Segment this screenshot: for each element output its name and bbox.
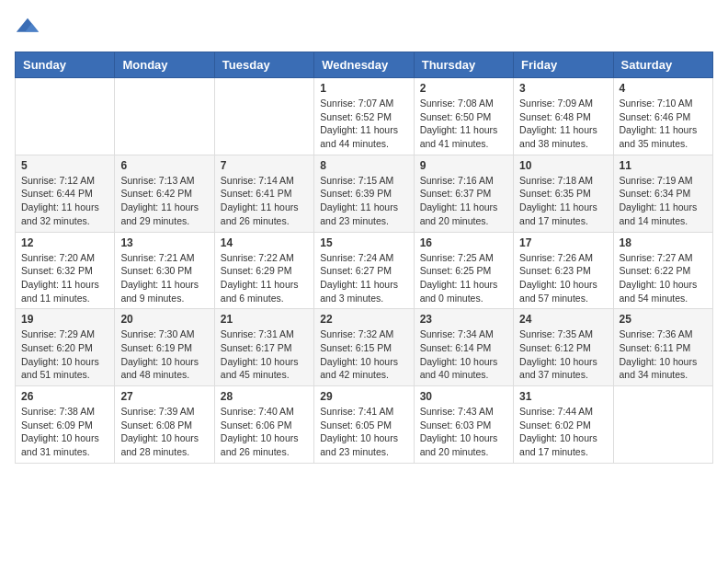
logo-icon <box>15 15 40 40</box>
day-number: 31 <box>519 390 607 403</box>
day-number: 28 <box>221 390 308 403</box>
day-info: Sunrise: 7:21 AMSunset: 6:30 PMDaylight:… <box>120 251 208 305</box>
weekday-header: Thursday <box>414 52 513 78</box>
day-number: 14 <box>221 236 308 249</box>
day-number: 19 <box>21 313 108 326</box>
calendar-day-cell: 18Sunrise: 7:27 AMSunset: 6:22 PMDayligh… <box>613 232 712 309</box>
day-info: Sunrise: 7:40 AMSunset: 6:06 PMDaylight:… <box>221 405 308 459</box>
calendar-day-cell: 26Sunrise: 7:38 AMSunset: 6:09 PMDayligh… <box>16 386 115 464</box>
calendar-day-cell <box>16 78 115 155</box>
day-number: 16 <box>420 236 507 249</box>
day-number: 29 <box>320 390 407 403</box>
day-info: Sunrise: 7:39 AMSunset: 6:08 PMDaylight:… <box>120 405 208 459</box>
calendar-day-cell: 1Sunrise: 7:07 AMSunset: 6:52 PMDaylight… <box>314 78 414 155</box>
calendar-day-cell: 16Sunrise: 7:25 AMSunset: 6:25 PMDayligh… <box>414 232 513 309</box>
day-number: 30 <box>420 390 507 403</box>
day-info: Sunrise: 7:29 AMSunset: 6:20 PMDaylight:… <box>21 327 108 382</box>
calendar-day-cell: 10Sunrise: 7:18 AMSunset: 6:35 PMDayligh… <box>514 155 613 232</box>
day-number: 3 <box>519 82 607 95</box>
day-number: 2 <box>420 82 507 95</box>
day-info: Sunrise: 7:15 AMSunset: 6:39 PMDaylight:… <box>320 174 407 228</box>
weekday-header: Saturday <box>613 52 712 78</box>
day-number: 1 <box>320 82 407 95</box>
day-number: 18 <box>620 236 707 249</box>
calendar-day-cell: 8Sunrise: 7:15 AMSunset: 6:39 PMDaylight… <box>314 155 414 232</box>
day-info: Sunrise: 7:13 AMSunset: 6:42 PMDaylight:… <box>120 174 208 228</box>
calendar-week-row: 26Sunrise: 7:38 AMSunset: 6:09 PMDayligh… <box>16 386 713 464</box>
day-number: 13 <box>120 236 208 249</box>
calendar-day-cell: 3Sunrise: 7:09 AMSunset: 6:48 PMDaylight… <box>514 78 613 155</box>
calendar-day-cell: 13Sunrise: 7:21 AMSunset: 6:30 PMDayligh… <box>115 232 214 309</box>
weekday-header: Monday <box>115 52 214 78</box>
calendar-day-cell: 28Sunrise: 7:40 AMSunset: 6:06 PMDayligh… <box>214 386 313 464</box>
calendar-day-cell: 30Sunrise: 7:43 AMSunset: 6:03 PMDayligh… <box>414 386 513 464</box>
day-number: 22 <box>320 313 407 326</box>
day-info: Sunrise: 7:27 AMSunset: 6:22 PMDaylight:… <box>620 251 707 305</box>
day-info: Sunrise: 7:22 AMSunset: 6:29 PMDaylight:… <box>221 251 308 305</box>
day-number: 9 <box>420 159 507 172</box>
day-info: Sunrise: 7:19 AMSunset: 6:34 PMDaylight:… <box>620 174 707 228</box>
calendar-day-cell: 9Sunrise: 7:16 AMSunset: 6:37 PMDaylight… <box>414 155 513 232</box>
day-number: 12 <box>21 236 108 249</box>
day-info: Sunrise: 7:09 AMSunset: 6:48 PMDaylight:… <box>519 97 607 151</box>
calendar-day-cell: 12Sunrise: 7:20 AMSunset: 6:32 PMDayligh… <box>16 232 115 309</box>
day-info: Sunrise: 7:20 AMSunset: 6:32 PMDaylight:… <box>21 251 108 305</box>
day-info: Sunrise: 7:43 AMSunset: 6:03 PMDaylight:… <box>420 405 507 459</box>
calendar-day-cell <box>214 78 313 155</box>
calendar-day-cell: 2Sunrise: 7:08 AMSunset: 6:50 PMDaylight… <box>414 78 513 155</box>
day-info: Sunrise: 7:25 AMSunset: 6:25 PMDaylight:… <box>420 251 507 305</box>
day-number: 21 <box>221 313 308 326</box>
calendar-day-cell: 7Sunrise: 7:14 AMSunset: 6:41 PMDaylight… <box>214 155 313 232</box>
day-number: 10 <box>519 159 607 172</box>
day-info: Sunrise: 7:07 AMSunset: 6:52 PMDaylight:… <box>320 97 407 151</box>
calendar-day-cell: 4Sunrise: 7:10 AMSunset: 6:46 PMDaylight… <box>613 78 712 155</box>
calendar-day-cell: 17Sunrise: 7:26 AMSunset: 6:23 PMDayligh… <box>514 232 613 309</box>
day-info: Sunrise: 7:14 AMSunset: 6:41 PMDaylight:… <box>221 174 308 228</box>
day-info: Sunrise: 7:24 AMSunset: 6:27 PMDaylight:… <box>320 251 407 305</box>
day-number: 24 <box>519 313 607 326</box>
day-info: Sunrise: 7:35 AMSunset: 6:12 PMDaylight:… <box>519 327 607 382</box>
calendar-table: SundayMondayTuesdayWednesdayThursdayFrid… <box>15 52 713 464</box>
calendar-day-cell <box>115 78 214 155</box>
day-number: 15 <box>320 236 407 249</box>
calendar-day-cell <box>613 386 712 464</box>
calendar-day-cell: 21Sunrise: 7:31 AMSunset: 6:17 PMDayligh… <box>214 309 313 386</box>
day-info: Sunrise: 7:44 AMSunset: 6:02 PMDaylight:… <box>519 405 607 459</box>
weekday-header: Sunday <box>16 52 115 78</box>
day-info: Sunrise: 7:34 AMSunset: 6:14 PMDaylight:… <box>420 327 507 382</box>
calendar-day-cell: 5Sunrise: 7:12 AMSunset: 6:44 PMDaylight… <box>16 155 115 232</box>
day-number: 20 <box>120 313 208 326</box>
day-info: Sunrise: 7:08 AMSunset: 6:50 PMDaylight:… <box>420 97 507 151</box>
calendar-week-row: 5Sunrise: 7:12 AMSunset: 6:44 PMDaylight… <box>16 155 713 232</box>
calendar-day-cell: 6Sunrise: 7:13 AMSunset: 6:42 PMDaylight… <box>115 155 214 232</box>
day-number: 6 <box>120 159 208 172</box>
calendar-day-cell: 23Sunrise: 7:34 AMSunset: 6:14 PMDayligh… <box>414 309 513 386</box>
calendar-day-cell: 15Sunrise: 7:24 AMSunset: 6:27 PMDayligh… <box>314 232 414 309</box>
day-info: Sunrise: 7:41 AMSunset: 6:05 PMDaylight:… <box>320 405 407 459</box>
calendar-week-row: 19Sunrise: 7:29 AMSunset: 6:20 PMDayligh… <box>16 309 713 386</box>
calendar-day-cell: 25Sunrise: 7:36 AMSunset: 6:11 PMDayligh… <box>613 309 712 386</box>
day-number: 8 <box>320 159 407 172</box>
calendar-day-cell: 27Sunrise: 7:39 AMSunset: 6:08 PMDayligh… <box>115 386 214 464</box>
page-header <box>15 15 713 40</box>
day-number: 27 <box>120 390 208 403</box>
day-info: Sunrise: 7:18 AMSunset: 6:35 PMDaylight:… <box>519 174 607 228</box>
calendar-header-row: SundayMondayTuesdayWednesdayThursdayFrid… <box>16 52 713 78</box>
day-info: Sunrise: 7:12 AMSunset: 6:44 PMDaylight:… <box>21 174 108 228</box>
calendar-week-row: 12Sunrise: 7:20 AMSunset: 6:32 PMDayligh… <box>16 232 713 309</box>
weekday-header: Friday <box>514 52 613 78</box>
calendar-day-cell: 31Sunrise: 7:44 AMSunset: 6:02 PMDayligh… <box>514 386 613 464</box>
calendar-day-cell: 24Sunrise: 7:35 AMSunset: 6:12 PMDayligh… <box>514 309 613 386</box>
day-number: 25 <box>620 313 707 326</box>
day-number: 7 <box>221 159 308 172</box>
day-info: Sunrise: 7:16 AMSunset: 6:37 PMDaylight:… <box>420 174 507 228</box>
day-number: 17 <box>519 236 607 249</box>
calendar-day-cell: 20Sunrise: 7:30 AMSunset: 6:19 PMDayligh… <box>115 309 214 386</box>
day-number: 11 <box>620 159 707 172</box>
day-info: Sunrise: 7:38 AMSunset: 6:09 PMDaylight:… <box>21 405 108 459</box>
day-number: 5 <box>21 159 108 172</box>
day-info: Sunrise: 7:10 AMSunset: 6:46 PMDaylight:… <box>620 97 707 151</box>
day-info: Sunrise: 7:30 AMSunset: 6:19 PMDaylight:… <box>120 327 208 382</box>
day-number: 26 <box>21 390 108 403</box>
calendar-week-row: 1Sunrise: 7:07 AMSunset: 6:52 PMDaylight… <box>16 78 713 155</box>
